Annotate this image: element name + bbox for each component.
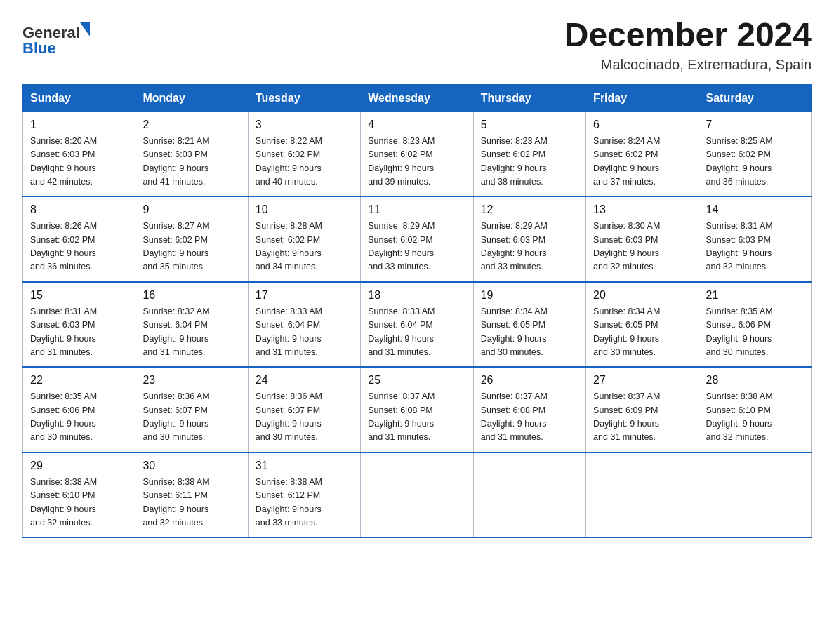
day-info: Sunrise: 8:29 AMSunset: 6:02 PMDaylight:… bbox=[368, 221, 435, 271]
day-number: 25 bbox=[368, 372, 465, 389]
calendar-cell: 21Sunrise: 8:35 AMSunset: 6:06 PMDayligh… bbox=[699, 282, 811, 368]
day-info: Sunrise: 8:36 AMSunset: 6:07 PMDaylight:… bbox=[143, 391, 209, 442]
calendar-cell: 7Sunrise: 8:25 AMSunset: 6:02 PMDaylight… bbox=[699, 112, 811, 196]
calendar-cell: 2Sunrise: 8:21 AMSunset: 6:03 PMDaylight… bbox=[135, 112, 248, 196]
day-info: Sunrise: 8:36 AMSunset: 6:07 PMDaylight:… bbox=[256, 391, 322, 442]
day-number: 15 bbox=[30, 287, 128, 304]
day-number: 16 bbox=[143, 287, 240, 304]
svg-marker-1 bbox=[80, 22, 90, 36]
day-info: Sunrise: 8:37 AMSunset: 6:09 PMDaylight:… bbox=[593, 391, 660, 442]
day-number: 22 bbox=[30, 372, 128, 389]
calendar-cell: 31Sunrise: 8:38 AMSunset: 6:12 PMDayligh… bbox=[248, 452, 360, 538]
calendar-cell: 16Sunrise: 8:32 AMSunset: 6:04 PMDayligh… bbox=[135, 282, 248, 368]
calendar-cell: 27Sunrise: 8:37 AMSunset: 6:09 PMDayligh… bbox=[586, 367, 699, 452]
day-info: Sunrise: 8:23 AMSunset: 6:02 PMDaylight:… bbox=[368, 136, 435, 187]
header-day-saturday: Saturday bbox=[699, 84, 811, 112]
day-info: Sunrise: 8:20 AMSunset: 6:03 PMDaylight:… bbox=[30, 136, 97, 187]
calendar-cell: 17Sunrise: 8:33 AMSunset: 6:04 PMDayligh… bbox=[248, 282, 360, 368]
calendar-cell bbox=[361, 452, 473, 538]
day-number: 17 bbox=[256, 287, 353, 304]
calendar-cell: 9Sunrise: 8:27 AMSunset: 6:02 PMDaylight… bbox=[135, 196, 248, 282]
calendar-header-row: SundayMondayTuesdayWednesdayThursdayFrid… bbox=[23, 84, 812, 112]
calendar-cell: 30Sunrise: 8:38 AMSunset: 6:11 PMDayligh… bbox=[135, 452, 248, 538]
day-number: 29 bbox=[30, 457, 128, 474]
calendar-cell: 18Sunrise: 8:33 AMSunset: 6:04 PMDayligh… bbox=[361, 282, 473, 368]
calendar-week-row: 22Sunrise: 8:35 AMSunset: 6:06 PMDayligh… bbox=[23, 367, 812, 452]
header-day-wednesday: Wednesday bbox=[361, 84, 473, 112]
page-header: General Blue December 2024 Malcocinado, … bbox=[22, 17, 812, 73]
calendar-cell: 5Sunrise: 8:23 AMSunset: 6:02 PMDaylight… bbox=[473, 112, 585, 196]
header-day-friday: Friday bbox=[586, 84, 699, 112]
day-info: Sunrise: 8:34 AMSunset: 6:05 PMDaylight:… bbox=[593, 307, 660, 357]
day-info: Sunrise: 8:37 AMSunset: 6:08 PMDaylight:… bbox=[368, 391, 435, 442]
day-number: 23 bbox=[143, 372, 240, 389]
day-info: Sunrise: 8:31 AMSunset: 6:03 PMDaylight:… bbox=[706, 221, 773, 271]
calendar-cell: 28Sunrise: 8:38 AMSunset: 6:10 PMDayligh… bbox=[699, 367, 811, 452]
calendar-cell: 20Sunrise: 8:34 AMSunset: 6:05 PMDayligh… bbox=[586, 282, 699, 368]
day-number: 9 bbox=[143, 201, 240, 218]
header-day-thursday: Thursday bbox=[473, 84, 585, 112]
day-info: Sunrise: 8:29 AMSunset: 6:03 PMDaylight:… bbox=[481, 221, 548, 271]
day-info: Sunrise: 8:28 AMSunset: 6:02 PMDaylight:… bbox=[256, 221, 322, 271]
calendar-cell: 23Sunrise: 8:36 AMSunset: 6:07 PMDayligh… bbox=[135, 367, 248, 452]
day-info: Sunrise: 8:26 AMSunset: 6:02 PMDaylight:… bbox=[30, 221, 97, 271]
calendar-cell: 13Sunrise: 8:30 AMSunset: 6:03 PMDayligh… bbox=[586, 196, 699, 282]
day-info: Sunrise: 8:38 AMSunset: 6:12 PMDaylight:… bbox=[256, 477, 322, 528]
logo-svg: General Blue bbox=[22, 17, 107, 59]
page-subtitle: Malcocinado, Extremadura, Spain bbox=[564, 57, 812, 73]
calendar-cell: 29Sunrise: 8:38 AMSunset: 6:10 PMDayligh… bbox=[23, 452, 135, 538]
calendar-week-row: 8Sunrise: 8:26 AMSunset: 6:02 PMDaylight… bbox=[23, 196, 812, 282]
day-number: 7 bbox=[706, 116, 804, 133]
day-number: 5 bbox=[481, 116, 578, 133]
day-info: Sunrise: 8:27 AMSunset: 6:02 PMDaylight:… bbox=[143, 221, 209, 271]
calendar-cell: 14Sunrise: 8:31 AMSunset: 6:03 PMDayligh… bbox=[699, 196, 811, 282]
calendar-cell: 10Sunrise: 8:28 AMSunset: 6:02 PMDayligh… bbox=[248, 196, 360, 282]
title-block: December 2024 Malcocinado, Extremadura, … bbox=[564, 17, 812, 73]
header-day-tuesday: Tuesday bbox=[248, 84, 360, 112]
day-info: Sunrise: 8:37 AMSunset: 6:08 PMDaylight:… bbox=[481, 391, 548, 442]
calendar-cell: 26Sunrise: 8:37 AMSunset: 6:08 PMDayligh… bbox=[473, 367, 585, 452]
day-number: 3 bbox=[256, 116, 353, 133]
day-info: Sunrise: 8:22 AMSunset: 6:02 PMDaylight:… bbox=[256, 136, 322, 187]
day-number: 18 bbox=[368, 287, 465, 304]
day-number: 14 bbox=[706, 201, 804, 218]
day-info: Sunrise: 8:38 AMSunset: 6:11 PMDaylight:… bbox=[143, 477, 209, 528]
day-info: Sunrise: 8:34 AMSunset: 6:05 PMDaylight:… bbox=[481, 307, 548, 357]
day-number: 6 bbox=[593, 116, 691, 133]
day-info: Sunrise: 8:38 AMSunset: 6:10 PMDaylight:… bbox=[706, 391, 773, 442]
calendar-cell: 4Sunrise: 8:23 AMSunset: 6:02 PMDaylight… bbox=[361, 112, 473, 196]
day-info: Sunrise: 8:30 AMSunset: 6:03 PMDaylight:… bbox=[593, 221, 660, 271]
calendar-cell: 19Sunrise: 8:34 AMSunset: 6:05 PMDayligh… bbox=[473, 282, 585, 368]
day-info: Sunrise: 8:32 AMSunset: 6:04 PMDaylight:… bbox=[143, 307, 209, 357]
calendar-cell: 1Sunrise: 8:20 AMSunset: 6:03 PMDaylight… bbox=[23, 112, 135, 196]
calendar-cell bbox=[699, 452, 811, 538]
day-info: Sunrise: 8:23 AMSunset: 6:02 PMDaylight:… bbox=[481, 136, 548, 187]
svg-text:Blue: Blue bbox=[22, 39, 56, 57]
day-number: 4 bbox=[368, 116, 465, 133]
day-number: 2 bbox=[143, 116, 240, 133]
day-info: Sunrise: 8:33 AMSunset: 6:04 PMDaylight:… bbox=[368, 307, 435, 357]
day-info: Sunrise: 8:21 AMSunset: 6:03 PMDaylight:… bbox=[143, 136, 209, 187]
page-title: December 2024 bbox=[564, 17, 812, 54]
calendar-week-row: 15Sunrise: 8:31 AMSunset: 6:03 PMDayligh… bbox=[23, 282, 812, 368]
day-info: Sunrise: 8:25 AMSunset: 6:02 PMDaylight:… bbox=[706, 136, 773, 187]
calendar-cell: 25Sunrise: 8:37 AMSunset: 6:08 PMDayligh… bbox=[361, 367, 473, 452]
day-number: 21 bbox=[706, 287, 804, 304]
calendar-cell: 12Sunrise: 8:29 AMSunset: 6:03 PMDayligh… bbox=[473, 196, 585, 282]
calendar-cell: 8Sunrise: 8:26 AMSunset: 6:02 PMDaylight… bbox=[23, 196, 135, 282]
day-number: 20 bbox=[593, 287, 691, 304]
day-number: 12 bbox=[481, 201, 578, 218]
day-info: Sunrise: 8:31 AMSunset: 6:03 PMDaylight:… bbox=[30, 307, 97, 357]
calendar-cell: 6Sunrise: 8:24 AMSunset: 6:02 PMDaylight… bbox=[586, 112, 699, 196]
day-number: 30 bbox=[143, 457, 240, 474]
day-number: 26 bbox=[481, 372, 578, 389]
day-info: Sunrise: 8:24 AMSunset: 6:02 PMDaylight:… bbox=[593, 136, 660, 187]
day-info: Sunrise: 8:38 AMSunset: 6:10 PMDaylight:… bbox=[30, 477, 97, 528]
day-number: 24 bbox=[256, 372, 353, 389]
day-number: 11 bbox=[368, 201, 465, 218]
day-number: 10 bbox=[256, 201, 353, 218]
calendar-cell: 22Sunrise: 8:35 AMSunset: 6:06 PMDayligh… bbox=[23, 367, 135, 452]
calendar-week-row: 29Sunrise: 8:38 AMSunset: 6:10 PMDayligh… bbox=[23, 452, 812, 538]
day-number: 13 bbox=[593, 201, 691, 218]
day-info: Sunrise: 8:35 AMSunset: 6:06 PMDaylight:… bbox=[706, 307, 773, 357]
